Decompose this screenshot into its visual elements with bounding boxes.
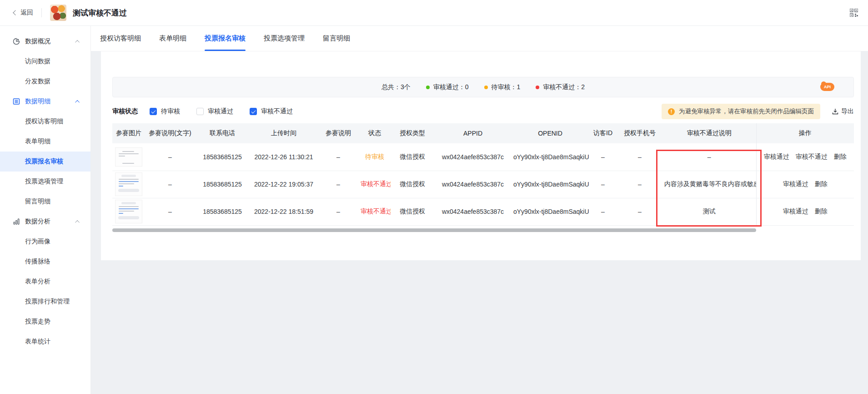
col-reject-reason: 审核不通过说明 (662, 123, 756, 143)
sidebar-item-form-detail[interactable]: 表单明细 (0, 131, 90, 152)
scrollbar-thumb[interactable] (112, 228, 756, 232)
cell-visitor-id: – (589, 171, 617, 198)
page-title: 测试审核不通过 (73, 8, 127, 18)
delete-link[interactable]: 删除 (834, 153, 847, 161)
tab-vote-option-management[interactable]: 投票选项管理 (264, 26, 305, 51)
filter-label: 审核状态 (112, 107, 138, 116)
sidebar-item-message-detail[interactable]: 留言明细 (0, 192, 90, 212)
sidebar-item-behavior-portrait[interactable]: 行为画像 (0, 232, 90, 252)
status-badge: 审核不通过 (359, 198, 391, 225)
cell-phone: 18583685125 (195, 171, 250, 198)
main-area: 授权访客明细 表单明细 投票报名审核 投票选项管理 留言明细 总共：3个 审核通… (91, 26, 868, 394)
sidebar-item-form-statistics[interactable]: 表单统计 (0, 332, 90, 352)
sidebar-section-data-analysis[interactable]: 数据分析 (0, 212, 90, 232)
col-phone: 联系电话 (195, 123, 250, 143)
sidebar-item-visit-data[interactable]: 访问数据 (0, 51, 90, 71)
checkbox-checked-icon (150, 108, 157, 115)
download-icon (832, 108, 838, 115)
bar-chart-icon (13, 218, 20, 225)
sidebar-section-label: 数据明细 (25, 97, 50, 106)
cell-reject-reason: – (662, 143, 756, 171)
cell-appid: wx0424aefe853c387c (434, 143, 512, 171)
review-table-wrap: 参赛图片 参赛说明(文字) 联系电话 上传时间 参赛说明 状态 授权类型 APP… (112, 123, 854, 232)
checkbox-checked-icon (250, 108, 257, 115)
list-icon (13, 98, 20, 105)
cell-auth-phone: – (617, 198, 662, 225)
col-appid: APPID (434, 123, 512, 143)
stats-total: 总共：3个 (381, 83, 411, 91)
entry-image[interactable] (115, 200, 142, 223)
entry-image[interactable] (115, 147, 142, 167)
export-button[interactable]: 导出 (832, 107, 854, 116)
sidebar: 数据概况 访问数据 分发数据 数据明细 授权访客明细 表单明细 投票报名审核 投… (0, 26, 91, 394)
cell-upload-time: 2022-12-26 11:30:21 (250, 143, 318, 171)
cell-upload-time: 2022-12-22 18:51:59 (250, 198, 318, 225)
cell-visitor-id: – (589, 198, 617, 225)
sidebar-item-distribution-data[interactable]: 分发数据 (0, 71, 90, 91)
sidebar-section-label: 数据分析 (25, 217, 50, 226)
table-header-row: 参赛图片 参赛说明(文字) 联系电话 上传时间 参赛说明 状态 授权类型 APP… (112, 123, 854, 143)
checkbox-pending[interactable]: 待审核 (150, 107, 180, 116)
back-button[interactable]: 返回 (14, 9, 33, 17)
sidebar-item-vote-trend[interactable]: 投票走势 (0, 312, 90, 332)
sidebar-item-vote-entry-review[interactable]: 投票报名审核 (0, 152, 90, 172)
approve-link[interactable]: 审核通过 (783, 180, 808, 188)
sidebar-item-form-analysis[interactable]: 表单分析 (0, 272, 90, 292)
cell-auth-phone: – (617, 171, 662, 198)
sidebar-section-label: 数据概况 (25, 37, 50, 45)
checkbox-approved[interactable]: 审核通过 (196, 107, 233, 116)
cell-reject-reason: 测试 (662, 198, 756, 225)
app-header: 返回 测试审核不通过 (0, 0, 868, 26)
status-filter-group: 待审核 审核通过 审核不通过 (150, 107, 293, 116)
cell-appid: wx0424aefe853c387c (434, 198, 512, 225)
status-badge: 审核不通过 (359, 171, 391, 198)
cell-openid: oYy90xlx-tj8Dae8mSaqkiUlU (512, 198, 589, 225)
stats-bar: 总共：3个 审核通过：0 待审核：1 审核不通过：2 API (112, 77, 854, 97)
checkbox-rejected[interactable]: 审核不通过 (250, 107, 293, 116)
tab-form-detail[interactable]: 表单明细 (159, 26, 186, 51)
pie-chart-icon (13, 38, 20, 45)
delete-link[interactable]: 删除 (815, 180, 828, 188)
api-badge[interactable]: API (820, 83, 834, 91)
sidebar-item-vote-option-management[interactable]: 投票选项管理 (0, 172, 90, 192)
col-status: 状态 (359, 123, 391, 143)
col-upload-time: 上传时间 (250, 123, 318, 143)
red-dot-icon (536, 86, 539, 89)
cell-entry-desc: – (318, 143, 359, 171)
cell-openid: oYy90xlx-tj8Dae8mSaqkiUlU (512, 143, 589, 171)
entry-image[interactable] (115, 172, 142, 196)
cell-upload-time: 2022-12-22 19:05:37 (250, 171, 318, 198)
work-thumbnail (50, 5, 66, 21)
chevron-up-icon (75, 220, 80, 224)
cell-auth-type: 微信授权 (391, 171, 434, 198)
col-actions: 操作 (756, 123, 854, 143)
review-warning-notice: ! 为避免审核异常，请在审核前先关闭作品编辑页面 (662, 104, 820, 119)
delete-link[interactable]: 删除 (815, 207, 828, 216)
sidebar-item-vote-ranking-management[interactable]: 投票排行和管理 (0, 292, 90, 312)
cell-phone: 18583685125 (195, 198, 250, 225)
col-visitor-id: 访客ID (589, 123, 617, 143)
checkbox-unchecked-icon (196, 108, 204, 115)
green-dot-icon (426, 86, 430, 89)
stats-pending: 待审核：1 (484, 83, 521, 91)
filter-row: 审核状态 待审核 审核通过 审核不通过 ! 为避免审核异常，请在审 (112, 104, 854, 119)
tab-vote-entry-review[interactable]: 投票报名审核 (205, 26, 246, 51)
sidebar-item-spread-network[interactable]: 传播脉络 (0, 252, 90, 272)
review-table: 参赛图片 参赛说明(文字) 联系电话 上传时间 参赛说明 状态 授权类型 APP… (112, 123, 854, 226)
tab-message-detail[interactable]: 留言明细 (323, 26, 350, 51)
col-entry-image: 参赛图片 (112, 123, 145, 143)
table-row: – 18583685125 2022-12-22 19:05:37 – 审核不通… (112, 171, 854, 198)
tab-authorized-visitors[interactable]: 授权访客明细 (100, 26, 141, 51)
sidebar-section-data-overview[interactable]: 数据概况 (0, 31, 90, 51)
chevron-left-icon (13, 10, 18, 15)
approve-link[interactable]: 审核通过 (783, 207, 808, 216)
qr-code-icon[interactable] (850, 9, 858, 17)
table-row: – 18583685125 2022-12-22 18:51:59 – 审核不通… (112, 198, 854, 225)
approve-link[interactable]: 审核通过 (764, 153, 789, 161)
table-row: – 18583685125 2022-12-26 11:30:21 – 待审核 … (112, 143, 854, 171)
chevron-up-icon (75, 40, 80, 44)
sidebar-section-data-detail[interactable]: 数据明细 (0, 91, 90, 111)
sidebar-item-authorized-visitors[interactable]: 授权访客明细 (0, 111, 90, 131)
reject-link[interactable]: 审核不通过 (796, 153, 828, 161)
warning-icon: ! (668, 108, 675, 115)
